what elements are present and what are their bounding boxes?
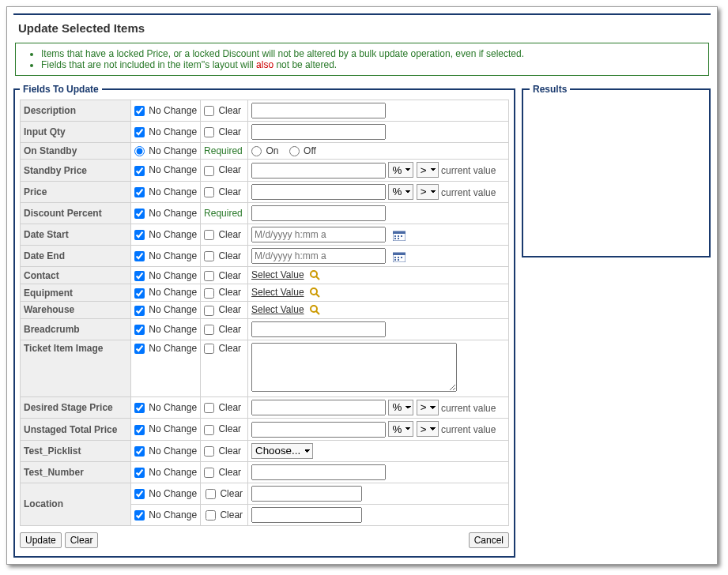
svg-rect-10 — [398, 257, 399, 258]
lookup-icon[interactable] — [310, 288, 321, 299]
nochange-desired-stage-price[interactable] — [134, 403, 145, 413]
input-breadcrumb[interactable] — [251, 321, 386, 337]
button-row: Update Clear Cancel — [20, 532, 509, 548]
row-standby-price: Standby Price No Change Clear % > curren… — [21, 160, 509, 182]
row-input-qty: Input Qty No Change Clear — [21, 122, 509, 143]
svg-rect-2 — [394, 235, 396, 237]
label-date-start: Date Start — [21, 224, 131, 246]
clear-desired-stage-price[interactable] — [204, 403, 214, 413]
clear-description[interactable] — [204, 106, 214, 116]
input-input-qty[interactable] — [251, 124, 386, 140]
unit-desired-stage-price[interactable]: % — [388, 400, 413, 415]
label-input-qty: Input Qty — [21, 122, 131, 143]
input-location-1[interactable] — [251, 486, 362, 502]
clear-warehouse[interactable] — [204, 306, 214, 316]
clear-standby-price[interactable] — [204, 166, 214, 176]
clear-test-picklist[interactable] — [204, 446, 214, 457]
label-unstaged-total-price: Unstaged Total Price — [21, 419, 131, 441]
nochange-test-number[interactable] — [134, 468, 145, 478]
nochange-price[interactable] — [134, 187, 145, 197]
label-price: Price — [21, 181, 131, 203]
op-desired-stage-price[interactable]: > — [417, 400, 439, 415]
select-value-contact[interactable]: Select Value — [251, 269, 304, 280]
op-price[interactable]: > — [417, 184, 439, 200]
clear-input-qty[interactable] — [204, 127, 214, 137]
nochange-date-end[interactable] — [134, 251, 145, 261]
clear-date-start[interactable] — [204, 230, 214, 240]
label-contact: Contact — [21, 267, 131, 284]
nochange-date-start[interactable] — [134, 230, 145, 240]
select-test-picklist[interactable]: Choose... — [251, 443, 313, 459]
clear-location-2[interactable] — [206, 510, 216, 521]
svg-rect-1 — [393, 231, 405, 234]
input-date-start[interactable] — [251, 227, 386, 242]
op-standby-price[interactable]: > — [417, 162, 439, 178]
clear-location-1[interactable] — [206, 489, 216, 499]
clear-button[interactable]: Clear — [65, 532, 99, 548]
notice-line-1: Items that have a locked Price, or a loc… — [41, 48, 702, 59]
clear-ticket-item-image[interactable] — [204, 344, 214, 354]
clear-price[interactable] — [204, 187, 214, 197]
nochange-unstaged-total-price[interactable] — [134, 425, 145, 435]
input-test-number[interactable] — [251, 464, 386, 480]
unit-unstaged-total-price[interactable]: % — [388, 421, 413, 437]
label-on-standby: On Standby — [21, 143, 131, 160]
row-discount-percent: Discount Percent No Change Required — [21, 203, 509, 224]
input-date-end[interactable] — [251, 248, 386, 264]
input-discount-percent[interactable] — [251, 205, 386, 221]
clear-contact[interactable] — [204, 271, 214, 281]
lookup-icon[interactable] — [310, 270, 321, 281]
input-unstaged-total-price[interactable] — [251, 422, 386, 438]
calendar-icon[interactable] — [393, 251, 405, 262]
row-location-1: Location No Change Clear — [21, 483, 509, 504]
nochange-contact[interactable] — [134, 271, 145, 281]
nochange-equipment[interactable] — [134, 288, 145, 299]
select-value-warehouse[interactable]: Select Value — [251, 304, 304, 315]
svg-rect-3 — [398, 235, 399, 237]
calendar-icon[interactable] — [393, 230, 405, 241]
nochange-on-standby[interactable] — [134, 146, 145, 156]
nochange-test-picklist[interactable] — [134, 446, 145, 457]
input-standby-price[interactable] — [251, 163, 386, 179]
label-test-picklist: Test_Picklist — [21, 440, 131, 461]
svg-rect-5 — [394, 238, 396, 239]
unit-standby-price[interactable]: % — [388, 162, 413, 178]
clear-equipment[interactable] — [204, 288, 214, 299]
svg-point-18 — [311, 306, 317, 312]
input-price[interactable] — [251, 184, 386, 200]
nochange-ticket-item-image[interactable] — [134, 344, 145, 354]
textarea-ticket-item-image[interactable] — [251, 343, 457, 392]
nochange-breadcrumb[interactable] — [134, 325, 145, 335]
update-button[interactable]: Update — [20, 532, 62, 548]
select-value-equipment[interactable]: Select Value — [251, 287, 304, 298]
clear-date-end[interactable] — [204, 251, 214, 261]
input-desired-stage-price[interactable] — [251, 400, 386, 415]
cancel-button[interactable]: Cancel — [469, 532, 509, 548]
clear-unstaged-total-price[interactable] — [204, 425, 214, 435]
clear-test-number[interactable] — [204, 468, 214, 478]
nochange-discount-percent[interactable] — [134, 209, 145, 219]
label-ticket-item-image: Ticket Item Image — [21, 340, 131, 396]
lookup-icon[interactable] — [310, 305, 321, 316]
radio-on[interactable] — [251, 146, 262, 156]
nochange-location-2[interactable] — [134, 510, 145, 521]
clear-breadcrumb[interactable] — [204, 325, 214, 335]
nochange-standby-price[interactable] — [134, 166, 145, 176]
row-test-picklist: Test_Picklist No Change Clear Choose... — [21, 440, 509, 461]
nochange-description[interactable] — [134, 106, 145, 116]
nochange-warehouse[interactable] — [134, 306, 145, 316]
svg-line-15 — [316, 276, 319, 280]
radio-off[interactable] — [289, 146, 300, 156]
svg-rect-11 — [401, 257, 402, 258]
input-description[interactable] — [251, 103, 386, 118]
nochange-input-qty[interactable] — [134, 127, 145, 137]
unit-price[interactable]: % — [388, 184, 413, 200]
label-standby-price: Standby Price — [21, 160, 131, 182]
input-location-2[interactable] — [251, 507, 362, 523]
fields-to-update-fieldset: Fields To Update Description No Change C… — [13, 84, 515, 558]
row-date-start: Date Start No Change Clear — [21, 224, 509, 246]
nochange-location-1[interactable] — [134, 489, 145, 499]
op-unstaged-total-price[interactable]: > — [417, 421, 439, 437]
results-legend: Results — [530, 84, 570, 95]
label-equipment: Equipment — [21, 284, 131, 302]
